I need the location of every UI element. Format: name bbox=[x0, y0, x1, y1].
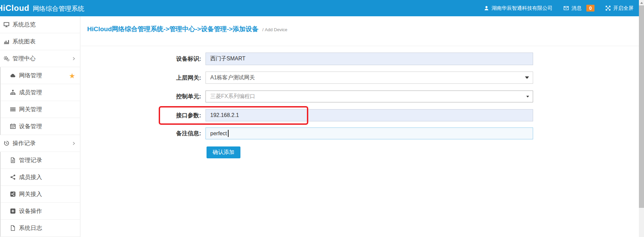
plus-square-icon bbox=[10, 208, 16, 214]
sidebar-item-gateway-management[interactable]: 网关管理 bbox=[1, 101, 80, 118]
user-icon bbox=[484, 5, 489, 11]
scrollbar-up-arrow[interactable] bbox=[639, 0, 644, 5]
control-unit-value: 三菱FX系列编程口 bbox=[210, 93, 255, 100]
brand-subtitle: 网络综合管理系统 bbox=[33, 4, 84, 13]
fullscreen-toggle[interactable]: 开启全屏 bbox=[605, 5, 633, 12]
desktop-icon bbox=[3, 22, 9, 27]
sidebar-item-system-charts[interactable]: 系统图表 bbox=[0, 33, 80, 50]
grid-icon bbox=[10, 106, 16, 112]
sidebar-item-operation-records[interactable]: 操作记录 bbox=[0, 135, 80, 152]
sidebar-item-label: 管理记录 bbox=[19, 156, 42, 164]
chevron-right-icon bbox=[72, 141, 76, 146]
company-name: 湖南华辰智通科技有限公司 bbox=[491, 5, 552, 12]
sidebar-item-label: 网关管理 bbox=[19, 105, 42, 113]
upper-gateway-label: 上层网关: bbox=[81, 72, 201, 84]
cloud-icon bbox=[10, 73, 16, 78]
upper-gateway-value: A1栋客户测试网关 bbox=[210, 74, 255, 81]
sidebar-item-label: 系统总览 bbox=[13, 21, 36, 28]
sidebar-item-system-logs[interactable]: 系统日志 bbox=[1, 220, 80, 237]
sidebar-item-label: 系统日志 bbox=[19, 224, 42, 232]
form-row-upper-gateway: 上层网关: A1栋客户测试网关 bbox=[81, 72, 535, 84]
control-unit-label: 控制单元: bbox=[81, 91, 201, 102]
sidebar-item-label: 成员管理 bbox=[19, 88, 42, 96]
file-text-icon bbox=[10, 157, 16, 163]
topbar: HiCloud 网络综合管理系统 湖南华辰智通科技有限公司 消息 0 bbox=[0, 0, 644, 16]
sidebar-item-label: 操作记录 bbox=[13, 139, 36, 147]
sidebar-item-member-management[interactable]: 成员管理 bbox=[1, 84, 80, 101]
device-id-label: 设备标识: bbox=[81, 53, 201, 65]
page: HiCloud 网络综合管理系统 湖南华辰智通科技有限公司 消息 0 bbox=[0, 0, 644, 237]
interface-params-label: 接口参数: bbox=[81, 109, 201, 121]
file-icon bbox=[10, 225, 16, 231]
sidebar-submenu-management: 网络管理 ★ 成员管理 网关管理 设备管理 bbox=[0, 67, 80, 135]
main-content: HiCloud网络综合管理系统->管理中心->设备管理->添加设备 / Add … bbox=[81, 16, 639, 237]
breadcrumb-path: HiCloud网络综合管理系统->管理中心->设备管理->添加设备 bbox=[87, 25, 258, 33]
brand-logo: HiCloud 网络综合管理系统 bbox=[0, 3, 84, 13]
brand-name: HiCloud bbox=[0, 3, 29, 13]
confirm-add-button[interactable]: 确认添加 bbox=[207, 146, 240, 158]
sidebar-item-gateway-access[interactable]: 网关接入 bbox=[1, 186, 80, 203]
sidebar-item-device-management[interactable]: 设备管理 bbox=[1, 118, 80, 135]
sidebar-item-management-center[interactable]: 管理中心 bbox=[0, 50, 80, 67]
share-icon bbox=[10, 174, 16, 180]
sidebar-item-label: 管理中心 bbox=[13, 55, 36, 62]
form-row-control-unit: 控制单元: 三菱FX系列编程口 bbox=[81, 91, 535, 102]
sidebar-item-label: 网络管理 bbox=[19, 72, 42, 79]
topbar-right: 湖南华辰智通科技有限公司 消息 0 开启全屏 bbox=[484, 0, 633, 16]
sidebar-item-network-management[interactable]: 网络管理 ★ bbox=[1, 67, 80, 84]
sidebar-item-member-access[interactable]: 成员接入 bbox=[1, 169, 80, 186]
calendar-icon bbox=[10, 123, 16, 129]
caret-down-icon bbox=[526, 96, 529, 97]
history-icon bbox=[3, 140, 9, 146]
caret-down-icon bbox=[525, 77, 529, 79]
fullscreen-icon bbox=[605, 5, 611, 11]
share-square-icon bbox=[10, 191, 16, 197]
upper-gateway-select[interactable]: A1栋客户测试网关 bbox=[206, 72, 533, 84]
sidebar-item-management-records[interactable]: 管理记录 bbox=[1, 152, 80, 169]
sidebar-item-label: 成员接入 bbox=[19, 173, 42, 181]
header-divider bbox=[81, 46, 639, 46]
sidebar-item-label: 设备操作 bbox=[19, 207, 42, 215]
control-unit-select[interactable]: 三菱FX系列编程口 bbox=[206, 91, 533, 102]
form-row-interface-params: 接口参数: bbox=[81, 109, 535, 121]
form-row-remarks: 备注信息: bbox=[81, 127, 535, 139]
messages-label: 消息 bbox=[571, 5, 582, 12]
sidebar-item-system-overview[interactable]: 系统总览 bbox=[0, 16, 80, 33]
remarks-label: 备注信息: bbox=[81, 127, 201, 139]
sidebar: 系统总览 系统图表 管理中心 网络管理 ★ bbox=[0, 16, 80, 237]
envelope-icon bbox=[563, 5, 569, 11]
vertical-scrollbar[interactable] bbox=[639, 0, 644, 237]
chevron-right-icon bbox=[72, 56, 76, 61]
text-cursor bbox=[228, 130, 229, 137]
form-row-device-id: 设备标识: bbox=[81, 53, 535, 65]
breadcrumb: HiCloud网络综合管理系统->管理中心->设备管理->添加设备 / Add … bbox=[87, 25, 287, 34]
sidebar-item-device-operations[interactable]: 设备操作 bbox=[1, 203, 80, 220]
sidebar-item-label: 设备管理 bbox=[19, 122, 42, 130]
sidebar-item-label: 网关接入 bbox=[19, 190, 42, 198]
breadcrumb-suffix: / Add Device bbox=[262, 27, 288, 32]
scrollbar-thumb[interactable] bbox=[639, 5, 644, 208]
star-icon[interactable]: ★ bbox=[69, 72, 75, 79]
messages-menu[interactable]: 消息 0 bbox=[563, 5, 594, 12]
sidebar-item-label: 系统图表 bbox=[13, 38, 36, 45]
account-menu[interactable]: 湖南华辰智通科技有限公司 bbox=[484, 5, 552, 12]
bar-chart-icon bbox=[3, 39, 9, 44]
messages-count-badge: 0 bbox=[586, 5, 594, 12]
sitemap-icon bbox=[10, 90, 16, 95]
gears-icon bbox=[3, 56, 9, 61]
remarks-input[interactable] bbox=[206, 127, 533, 139]
sidebar-submenu-records: 管理记录 成员接入 网关接入 设备操作 bbox=[0, 152, 80, 237]
interface-params-input[interactable] bbox=[206, 109, 533, 121]
device-id-input[interactable] bbox=[206, 53, 533, 65]
fullscreen-label: 开启全屏 bbox=[613, 5, 633, 12]
